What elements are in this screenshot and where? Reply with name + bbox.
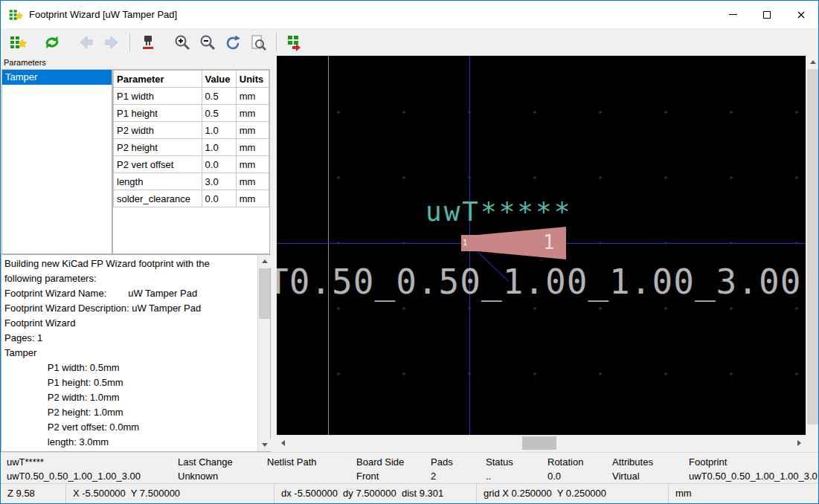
table-row: solder_clearance 0.0 mm (114, 190, 269, 207)
scroll-right-button[interactable] (793, 436, 806, 450)
param-units: mm (236, 173, 269, 190)
status-field-status: Status .. (486, 455, 547, 483)
table-row: P1 height 0.5 mm (114, 105, 269, 122)
col-header-parameter: Parameter (114, 71, 202, 88)
canvas-horizontal-scrollbar[interactable] (277, 435, 806, 450)
status-value: 2 (431, 469, 486, 483)
message-line: Tamper (4, 346, 255, 361)
page-item-tamper[interactable]: Tamper (2, 70, 112, 85)
pad-1-square: 1 (461, 235, 478, 251)
canvas-vertical-scrollbar[interactable] (806, 56, 818, 452)
parameters-panel: Parameters Tamper Parameter Value Units (1, 56, 271, 452)
param-value[interactable]: 3.0 (202, 173, 236, 190)
scroll-up-button[interactable] (806, 56, 819, 68)
message-line: Footprint Wizard Description: uW Tamper … (4, 301, 255, 316)
zoom-fit-icon (249, 33, 267, 51)
zoom-out-button[interactable] (196, 31, 218, 53)
footprint-wizard-icon (9, 33, 27, 51)
redraw-icon (224, 33, 242, 51)
redraw-view-button[interactable] (222, 31, 243, 53)
wizard-pages-list[interactable]: Tamper (1, 69, 112, 254)
status-field-netlist-path: Netlist Path (267, 455, 356, 483)
arrow-up-icon (810, 60, 816, 64)
status-field-pads: Pads 2 (431, 455, 486, 483)
select-footprint-wizard-button[interactable] (7, 31, 28, 53)
pad-number-label: 1 (543, 231, 555, 253)
table-row: length 3.0 mm (114, 173, 269, 190)
col-header-units: Units (236, 71, 269, 88)
units-indicator: mm (669, 484, 818, 503)
export-footprint-icon (286, 33, 303, 51)
footprint-status-bar: uwT***** uwT0.50_0.50_1.00_1.00_3.00 Las… (1, 452, 818, 483)
titlebar: Footprint Wizard [uW Tamper Pad] (1, 1, 818, 28)
main-area: Parameters Tamper Parameter Value Units (1, 56, 818, 452)
message-line: P2 height: 1.0mm (4, 405, 255, 420)
param-value[interactable]: 0.5 (202, 88, 236, 105)
arrow-right-icon (797, 440, 801, 446)
param-value[interactable]: 0.0 (202, 156, 236, 173)
scroll-left-button[interactable] (277, 436, 289, 450)
parameter-table: Parameter Value Units P1 width 0.5 mm P1… (112, 69, 270, 254)
table-row: P2 vert offset 0.0 mm (114, 156, 269, 173)
status-value: uwT0.50_0.50_1.00_1.00_3.0 (689, 469, 818, 483)
status-label: Status (486, 455, 547, 469)
message-scrollbar[interactable] (257, 255, 270, 451)
close-button[interactable] (784, 1, 818, 28)
status-label: Rotation (547, 455, 612, 469)
message-line: length: 3.0mm (4, 435, 255, 450)
status-field-footprint: Footprint uwT0.50_0.50_1.00_1.00_3.0 (689, 455, 818, 483)
param-name: P2 width (114, 122, 202, 139)
param-units: mm (236, 122, 269, 139)
status-value: Unknown (178, 469, 267, 483)
zoom-fit-button[interactable] (247, 31, 269, 53)
toolbar (1, 28, 818, 56)
status-label: Last Change (178, 455, 267, 469)
table-row: P2 width 1.0 mm (114, 122, 269, 139)
close-icon (797, 10, 806, 19)
status-field-name: uwT***** uwT0.50_0.50_1.00_1.00_3.00 (7, 455, 178, 483)
scrollbar-thumb[interactable] (259, 268, 270, 319)
param-value[interactable]: 1.0 (202, 122, 236, 139)
param-value[interactable]: 1.0 (202, 139, 236, 156)
param-units: mm (236, 156, 269, 173)
regenerate-footprint-button[interactable] (41, 31, 62, 53)
window-controls (716, 1, 818, 28)
arrow-left-icon (281, 440, 285, 446)
status-label: Pads (431, 455, 486, 469)
scrollbar-thumb[interactable] (522, 436, 556, 450)
status-value: Front (356, 469, 431, 483)
minimize-icon (729, 14, 737, 15)
insert-footprint-in-board-button[interactable] (137, 31, 158, 53)
status-label: Netlist Path (267, 455, 356, 469)
status-value: 0.0 (547, 469, 612, 483)
scroll-down-button[interactable] (258, 439, 271, 451)
coordinate-status-bar: Z 9.58 X -5.500000 Y 7.500000 dx -5.5000… (1, 483, 818, 503)
window-title: Footprint Wizard [uW Tamper Pad] (29, 9, 177, 20)
export-footprint-to-editor-button[interactable] (283, 31, 305, 53)
maximize-icon (763, 11, 771, 19)
footprint-canvas[interactable]: uwT***** 1 1 T0.50_0.50_1.00_1.00_3.00 (277, 56, 806, 435)
toolbar-separator (129, 33, 130, 51)
param-name: length (114, 173, 202, 190)
app-footprint-wizard-icon (7, 7, 24, 22)
col-header-value: Value (202, 71, 236, 88)
param-name: P1 width (114, 88, 202, 105)
panel-splitter[interactable] (271, 56, 277, 452)
toolbar-separator (276, 33, 277, 51)
zoom-in-button[interactable] (171, 31, 193, 53)
arrow-up-icon (262, 259, 268, 263)
param-value[interactable]: 0.0 (202, 190, 236, 207)
param-value[interactable]: 0.5 (202, 105, 236, 122)
scrollbar-thumb[interactable] (807, 69, 818, 424)
minimize-button[interactable] (716, 1, 750, 28)
message-line: following parameters: (4, 271, 255, 286)
next-page-button (100, 31, 122, 53)
arrow-down-icon (262, 443, 268, 447)
param-name: solder_clearance (114, 190, 202, 207)
table-header-row: Parameter Value Units (114, 71, 269, 88)
arrow-left-icon (77, 33, 95, 51)
message-line: Footprint Wizard Name: uW Tamper Pad (4, 286, 255, 301)
status-value: uwT0.50_0.50_1.00_1.00_3.00 (7, 469, 178, 483)
maximize-button[interactable] (750, 1, 784, 28)
scroll-up-button[interactable] (258, 255, 271, 268)
